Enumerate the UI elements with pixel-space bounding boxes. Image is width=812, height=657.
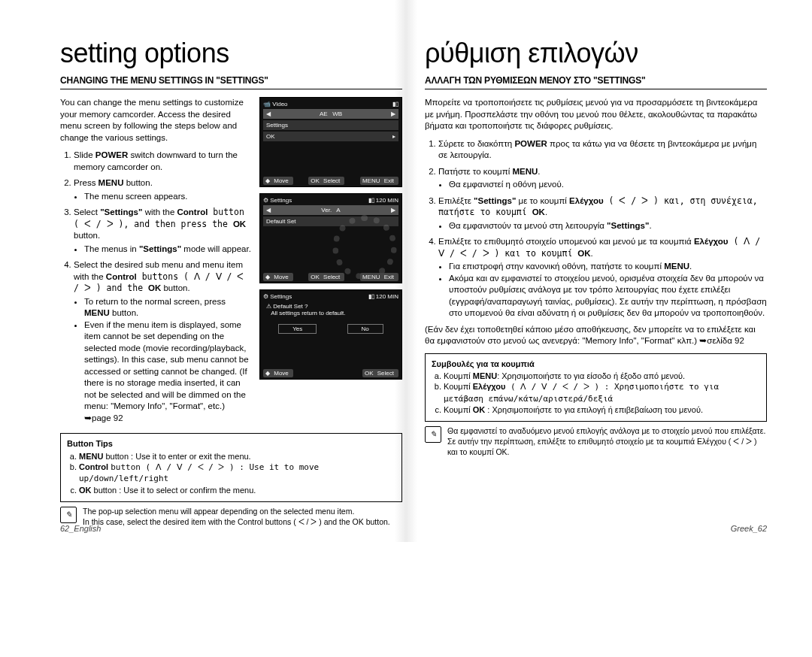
no-button: No — [347, 324, 383, 334]
left-column: setting options CHANGING THE MENU SETTIN… — [60, 38, 402, 527]
camcorder-screens: 📹 Video▮▯ ◀AE WB▶ Settings OK▸ ◆ MoveOK … — [259, 97, 402, 428]
left-step-1: Slide POWER switch downward to turn the … — [74, 150, 252, 173]
note-icon: ✎ — [425, 426, 441, 443]
rtip-c: Κουμπί OK : Χρησιμοποιήστε το για επιλογ… — [444, 404, 760, 415]
tip-c: OK button : Use it to select or confirm … — [79, 485, 395, 495]
right-page-number: Greek_62 — [731, 524, 767, 533]
screen-video: 📹 Video▮▯ ◀AE WB▶ Settings OK▸ ◆ MoveOK … — [259, 97, 402, 187]
tip-b: Control button ( ᐱ / ᐯ / ᐸ / ᐳ ) : Use i… — [79, 462, 395, 485]
right-step-2: Πατήστε το κουμπί MENU. Θα εμφανιστεί η … — [438, 166, 767, 191]
tip-a: MENU button : Use it to enter or exit th… — [79, 451, 395, 462]
right-step-1: Σύρετε το διακόπτη POWER προς τα κάτω γι… — [438, 138, 767, 162]
right-subtitle: ΑΛΛΑΓΗ ΤΩΝ ΡΥΘΜΙΣΕΩΝ ΜΕΝΟΥ ΣΤΟ "SETTINGS… — [425, 75, 767, 89]
left-subtitle: CHANGING THE MENU SETTINGS IN "SETTINGS" — [60, 75, 402, 89]
right-step-3: Επιλέξτε "Settings" με το κουμπί Ελέγχου… — [438, 195, 767, 232]
right-note: ✎ Θα εμφανιστεί το αναδυόμενο μενού επιλ… — [425, 426, 767, 457]
right-tips-box: Συμβουλές για τα κουμπιά Κουμπί MENU: Χρ… — [425, 353, 767, 422]
right-intro: Μπορείτε να τροποποιήσετε τις ρυθμίσεις … — [425, 97, 767, 132]
right-column: ρύθμιση επιλογών ΑΛΛΑΓΗ ΤΩΝ ΡΥΘΜΙΣΕΩΝ ΜΕ… — [425, 38, 767, 527]
manual-page: setting options CHANGING THE MENU SETTIN… — [0, 0, 812, 542]
left-step-4: Select the desired sub menu and menu ite… — [74, 259, 252, 424]
left-title: setting options — [60, 38, 402, 69]
right-tail: (Εάν δεν έχει τοποθετηθεί κάποιο μέσο απ… — [425, 324, 767, 347]
left-tips-box: Button Tips MENU button : Use it to ente… — [60, 433, 402, 501]
note-icon: ✎ — [60, 507, 77, 523]
left-page-number: 62_English — [60, 524, 101, 533]
left-step-3: Select "Settings" with the Control butto… — [74, 207, 252, 255]
left-step-2: Press MENU button. The menu screen appea… — [74, 177, 252, 202]
yes-button: Yes — [278, 324, 317, 334]
right-step-4: Επιλέξτε το επιθυμητό στοιχείο υπομενού … — [438, 236, 767, 319]
rtip-b: Κουμπί Ελέγχου ( ᐱ / ᐯ / ᐸ / ᐳ ) : Χρησι… — [444, 381, 760, 404]
left-intro: You can change the menu settings to cust… — [60, 97, 252, 144]
screen-confirm: ⚙ Settings▮▯ 120 MIN ⚠ Default Set ? All… — [259, 289, 402, 380]
screen-settings: ⚙ Settings▮▯ 120 MIN ◀Ver. A▶ Default Se… — [259, 193, 402, 283]
left-note: ✎ The pop-up selection menu will appear … — [60, 507, 402, 527]
rtip-a: Κουμπί MENU: Χρησιμοποιήστε το για είσοδ… — [444, 371, 760, 381]
gear-icon — [332, 215, 397, 280]
right-steps: Σύρετε το διακόπτη POWER προς τα κάτω γι… — [425, 138, 767, 319]
right-title: ρύθμιση επιλογών — [425, 38, 767, 69]
left-steps: Slide POWER switch downward to turn the … — [60, 150, 252, 424]
